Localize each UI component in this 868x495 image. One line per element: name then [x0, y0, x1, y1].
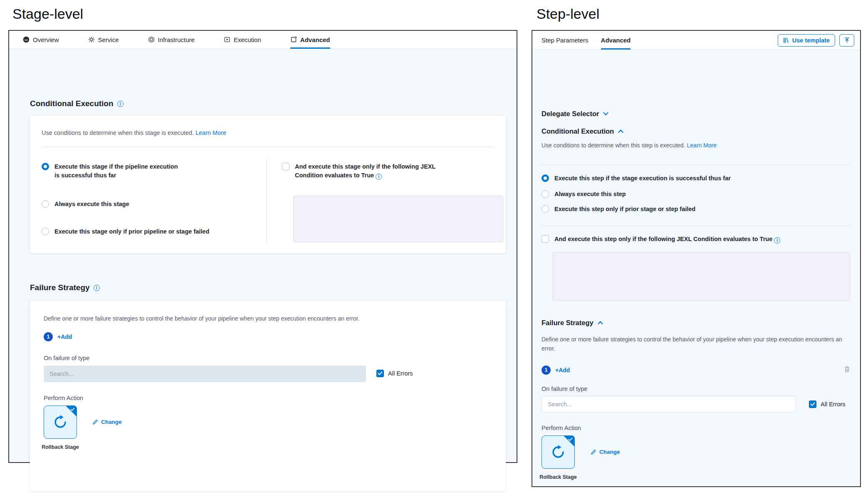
checkbox-icon [282, 163, 289, 170]
info-icon[interactable]: i [376, 174, 382, 180]
strategy-add-row: 1 +Add [44, 332, 72, 341]
tab-service[interactable]: Service [88, 31, 119, 49]
failure-strategy-description: Define one or more failure strategies to… [44, 314, 360, 323]
all-errors-label: All Errors [388, 370, 413, 377]
checked-checkbox-icon [376, 370, 384, 377]
add-strategy-button[interactable]: +Add [555, 367, 570, 373]
radio-label: Execute this step only if prior stage or… [554, 205, 695, 214]
radio-icon [42, 228, 49, 235]
overview-icon [23, 36, 30, 43]
use-template-button[interactable]: Use template [778, 34, 835, 47]
divider [542, 226, 849, 226]
checkbox-icon [542, 235, 549, 243]
add-strategy-button[interactable]: +Add [57, 333, 72, 340]
radio-option-failed[interactable]: Execute this stage only if prior pipelin… [42, 227, 209, 236]
on-failure-label: On failure of type [542, 386, 587, 392]
template-library-icon [783, 37, 789, 43]
change-action-link[interactable]: Change [591, 449, 620, 455]
info-icon[interactable]: i [94, 285, 100, 291]
strategy-count-badge[interactable]: 1 [44, 332, 53, 341]
save-as-template-button[interactable] [839, 34, 854, 47]
info-icon[interactable]: i [774, 237, 780, 244]
tab-label: Step Parameters [542, 37, 589, 44]
radio-label: Execute this step if the stage execution… [554, 174, 731, 183]
change-action-link[interactable]: Change [92, 419, 122, 425]
chevron-up-icon [618, 129, 623, 133]
radio-option-always[interactable]: Always execute this stage [42, 200, 129, 209]
tab-advanced[interactable]: Advanced [601, 31, 631, 50]
check-icon [70, 408, 75, 411]
tab-label: Execution [234, 36, 261, 43]
rollback-icon [52, 413, 69, 431]
action-name-label: Rollback Stage [38, 444, 82, 451]
tab-infrastructure[interactable]: Infrastructure [148, 31, 195, 49]
learn-more-link[interactable]: Learn More [687, 142, 717, 149]
radio-selected-icon [542, 174, 549, 182]
radio-icon [542, 205, 549, 213]
radio-label: Always execute this step [554, 190, 626, 199]
description-text: Use conditions to determine when this st… [42, 129, 194, 136]
gear-icon [88, 36, 95, 43]
tab-step-parameters[interactable]: Step Parameters [542, 31, 589, 50]
all-errors-checkbox[interactable]: All Errors [376, 369, 413, 377]
tab-overview[interactable]: Overview [23, 31, 59, 49]
radio-option-always[interactable]: Always execute this step [542, 190, 626, 199]
check-icon [568, 438, 573, 441]
checked-checkbox-icon [809, 400, 816, 408]
stage-conditional-execution-heading: Conditional Execution i [30, 99, 124, 108]
check-icon [378, 371, 383, 376]
all-errors-label: All Errors [821, 401, 846, 408]
stage-failure-strategy-card: Define one or more failure strategies to… [30, 301, 506, 491]
change-label: Change [101, 419, 122, 425]
tab-advanced[interactable]: Advanced [290, 31, 330, 49]
delegate-selector-header[interactable]: Delegate Selector [542, 110, 608, 118]
pencil-icon [591, 449, 596, 455]
checkbox-label-text: And execute this stage only if the follo… [295, 163, 435, 179]
pencil-icon [92, 419, 98, 425]
perform-action-label: Perform Action [542, 425, 581, 431]
change-label: Change [599, 449, 620, 455]
jexl-condition-textarea[interactable] [293, 196, 503, 242]
failure-type-search-input[interactable] [44, 366, 366, 382]
check-icon [810, 402, 815, 406]
stage-conditional-execution-card: Use conditions to determine when this st… [30, 116, 506, 253]
heading-text: Conditional Execution [542, 127, 614, 135]
delete-strategy-button[interactable] [844, 366, 850, 374]
tab-label: Infrastructure [158, 36, 195, 43]
failure-type-search-input[interactable] [542, 396, 796, 413]
use-template-label: Use template [792, 37, 830, 44]
tabbar-actions: Use template [778, 34, 854, 47]
rollback-stage-tile[interactable] [44, 405, 77, 439]
radio-label: Execute this stage only if prior pipelin… [54, 227, 209, 236]
heading-text: Delegate Selector [542, 110, 599, 118]
rollback-stage-tile[interactable] [542, 435, 575, 469]
tab-execution[interactable]: Execution [224, 31, 261, 49]
heading-text: Failure Strategy [542, 319, 594, 327]
failure-strategy-description: Define one or more failure strategies to… [542, 335, 845, 353]
jexl-condition-checkbox[interactable]: And execute this step only if the follow… [542, 235, 780, 244]
radio-label: Execute this stage if the pipeline execu… [54, 162, 179, 180]
learn-more-link[interactable]: Learn More [195, 129, 226, 136]
radio-option-success[interactable]: Execute this step if the stage execution… [542, 174, 731, 183]
checkbox-label: And execute this stage only if the follo… [295, 162, 461, 180]
perform-action-label: Perform Action [44, 395, 83, 401]
stage-panel: Overview Service Infrastructure Executio… [8, 30, 517, 463]
conditional-execution-description: Use conditions to determine when this st… [42, 128, 226, 137]
info-icon[interactable]: i [117, 101, 124, 107]
step-failure-strategy-header[interactable]: Failure Strategy [542, 319, 603, 327]
radio-option-success[interactable]: Execute this stage if the pipeline execu… [42, 162, 179, 180]
page: { "colors": { "accent": "#0278d5", "acce… [0, 0, 868, 495]
radio-selected-icon [42, 163, 49, 170]
chevron-down-icon [603, 112, 608, 116]
radio-option-failed[interactable]: Execute this step only if prior stage or… [542, 205, 695, 214]
jexl-condition-textarea[interactable] [552, 252, 850, 301]
strategy-count-badge[interactable]: 1 [542, 366, 551, 375]
radio-icon [42, 200, 49, 208]
step-conditional-execution-header[interactable]: Conditional Execution [542, 127, 623, 135]
all-errors-checkbox[interactable]: All Errors [809, 400, 846, 408]
jexl-condition-checkbox[interactable]: And execute this stage only if the follo… [282, 162, 461, 180]
conditional-execution-description: Use conditions to determine when this st… [542, 141, 717, 150]
tab-label: Advanced [601, 37, 631, 44]
radio-icon [542, 190, 549, 198]
tab-label: Service [98, 36, 119, 43]
